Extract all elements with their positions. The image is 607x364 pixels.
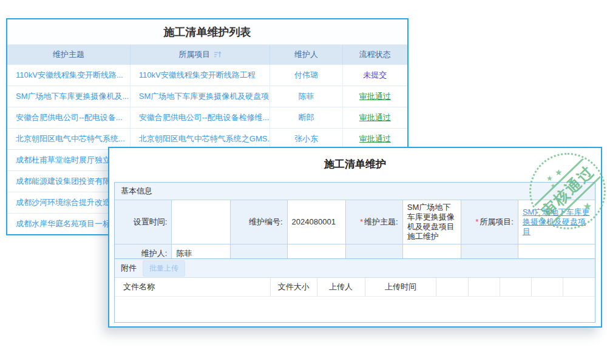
person-cell: 付伟璐 <box>270 64 342 86</box>
set-time-label: 设置时间: <box>115 200 172 244</box>
basic-info-header: 基本信息 <box>115 183 595 200</box>
attachments-header-row: 文件名称 文件大小 上传人 上传时间 <box>115 278 595 296</box>
person-cell: 张小东 <box>270 128 342 149</box>
empty-column-header <box>468 278 500 296</box>
column-header-subject: 维护主题 <box>7 45 130 64</box>
subject-link[interactable]: 110kV安徽线程集变开断线路... <box>7 64 130 86</box>
maintenance-no-label: 维护编号: <box>230 200 287 244</box>
empty-column-header <box>563 278 595 296</box>
table-row: SM广场地下车库更换摄像机及... SM广场地下车库更换摄像机及硬盘项目 陈菲 … <box>7 86 407 107</box>
subject-link[interactable]: SM广场地下车库更换摄像机及... <box>7 86 130 107</box>
attachments-table: 文件名称 文件大小 上传人 上传时间 <box>115 278 595 297</box>
project-label: *所属项目: <box>461 200 518 244</box>
attachments-empty-body <box>115 297 595 325</box>
star-icon: ★ <box>546 175 553 182</box>
empty-column-header <box>436 278 468 296</box>
project-link[interactable]: 安徽合肥供电公司--配电设备检修维... <box>130 107 270 128</box>
table-row: 北京朝阳区电气中芯特气系统... 北京朝阳区电气中芯特气系统之GMS... 张小… <box>7 128 407 149</box>
subject-label: *维护主题: <box>345 200 402 244</box>
table-row: 安徽合肥供电公司--配电设备... 安徽合肥供电公司--配电设备检修维... 断… <box>7 107 407 128</box>
batch-upload-button[interactable]: 批量上传 <box>143 260 185 277</box>
column-header-filename: 文件名称 <box>115 278 270 296</box>
attachments-header-bar: 附件 批量上传 <box>115 259 595 278</box>
column-header-uploadtime: 上传时间 <box>365 278 436 296</box>
basic-info-form: 设置时间: 维护编号: 2024080001 *维护主题: SM广场地下车库更换… <box>115 200 595 263</box>
list-window-title: 施工清单维护列表 <box>7 19 407 45</box>
table-row: 110kV安徽线程集变开断线路... 110kV安徽线程集变开断线路工程 付伟璐… <box>7 64 407 86</box>
column-header-project[interactable]: 所属项目 <box>130 45 270 64</box>
detail-window-title: 施工清单维护 <box>109 148 601 171</box>
project-link[interactable]: 北京朝阳区电气中芯特气系统之GMS... <box>130 128 270 149</box>
empty-column-header <box>532 278 563 296</box>
subject-link[interactable]: 北京朝阳区电气中芯特气系统... <box>7 128 130 149</box>
required-mark: * <box>475 217 478 226</box>
attachments-label: 附件 <box>121 263 137 274</box>
subject-link[interactable]: 安徽合肥供电公司--配电设备... <box>7 107 130 128</box>
column-header-person: 维护人 <box>270 45 342 64</box>
subject-value[interactable]: SM广场地下车库更换摄像机及硬盘项目施工维护 <box>402 200 461 244</box>
person-cell: 陈菲 <box>270 86 342 107</box>
status-badge: 未提交 <box>363 70 387 79</box>
column-header-uploader: 上传人 <box>317 278 365 296</box>
status-badge[interactable]: 审批通过 <box>359 113 391 122</box>
maintenance-no-value: 2024080001 <box>287 200 345 244</box>
column-header-status: 流程状态 <box>342 45 407 64</box>
column-header-filesize: 文件大小 <box>270 278 317 296</box>
status-badge[interactable]: 审批通过 <box>359 134 391 143</box>
empty-column-header <box>500 278 531 296</box>
set-time-value[interactable] <box>172 200 230 244</box>
person-cell: 断郎 <box>270 107 342 128</box>
required-mark: * <box>360 217 363 226</box>
project-link[interactable]: 110kV安徽线程集变开断线路工程 <box>130 64 270 86</box>
attachments-section: 附件 批量上传 文件名称 文件大小 上传人 上传时间 <box>114 258 595 323</box>
status-badge[interactable]: 审批通过 <box>359 92 391 101</box>
sort-ascending-icon[interactable] <box>214 51 222 60</box>
table-header-row: 维护主题 所属项目 维护人 流程状态 <box>7 45 407 64</box>
project-link[interactable]: SM广场地下车库更换摄像机及硬盘项目 <box>523 207 590 236</box>
project-link[interactable]: SM广场地下车库更换摄像机及硬盘项目 <box>130 86 270 107</box>
maintenance-detail-window: 施工清单维护 基本信息 设置时间: 维护编号: 2024080001 *维护主题… <box>108 147 602 328</box>
basic-info-section: 基本信息 设置时间: 维护编号: 2024080001 *维护主题: SM广场地… <box>114 182 595 263</box>
